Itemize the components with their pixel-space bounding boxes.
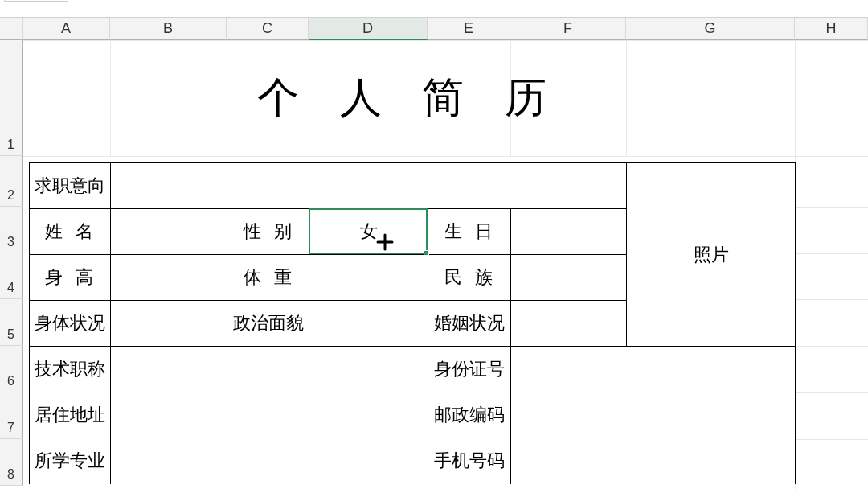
value-address[interactable] bbox=[111, 392, 428, 438]
select-all-corner[interactable] bbox=[0, 18, 23, 40]
label-major[interactable]: 所学专业 bbox=[30, 438, 111, 484]
value-height[interactable] bbox=[111, 255, 227, 301]
sheet-area[interactable]: 个 人 简 历 求职意向 照片 姓名 性别 女 生日 身高 体重 民族 bbox=[23, 40, 868, 489]
col-header-E[interactable]: E bbox=[428, 18, 510, 40]
title-cell[interactable]: 个 人 简 历 bbox=[23, 40, 796, 156]
value-postcode[interactable] bbox=[511, 392, 796, 438]
value-name[interactable] bbox=[111, 209, 227, 255]
photo-cell[interactable]: 照片 bbox=[627, 163, 796, 347]
name-box[interactable] bbox=[4, 0, 68, 2]
label-health[interactable]: 身体状况 bbox=[30, 301, 111, 347]
row-header-4[interactable]: 4 bbox=[0, 253, 23, 299]
value-ethnicity[interactable] bbox=[511, 255, 627, 301]
value-tech-title[interactable] bbox=[111, 347, 428, 392]
row-header-5[interactable]: 5 bbox=[0, 299, 23, 346]
fx-label: fx bbox=[301, 0, 313, 4]
value-birthday[interactable] bbox=[511, 209, 627, 255]
column-headers: A B C D E F G H bbox=[23, 18, 868, 40]
col-header-D[interactable]: D bbox=[309, 18, 428, 40]
label-address[interactable]: 居住地址 bbox=[30, 392, 111, 438]
label-height[interactable]: 身高 bbox=[30, 255, 111, 301]
row-header-7[interactable]: 7 bbox=[0, 392, 23, 439]
row-header-6[interactable]: 6 bbox=[0, 346, 23, 392]
col-header-F[interactable]: F bbox=[510, 18, 626, 40]
label-ethnicity[interactable]: 民族 bbox=[428, 255, 511, 301]
col-header-H[interactable]: H bbox=[795, 18, 868, 40]
value-marriage[interactable] bbox=[511, 301, 627, 347]
col-header-A[interactable]: A bbox=[23, 18, 110, 40]
label-weight[interactable]: 体重 bbox=[227, 255, 309, 301]
formula-bar-fragment: fx bbox=[0, 0, 868, 18]
label-job-intent[interactable]: 求职意向 bbox=[30, 163, 111, 209]
row-headers: 1 2 3 4 5 6 7 8 bbox=[0, 40, 23, 489]
label-name[interactable]: 姓名 bbox=[30, 209, 111, 255]
label-marriage[interactable]: 婚姻状况 bbox=[428, 301, 511, 347]
value-phone[interactable] bbox=[511, 438, 796, 484]
label-birthday[interactable]: 生日 bbox=[428, 209, 511, 255]
row-header-2[interactable]: 2 bbox=[0, 156, 23, 207]
value-gender[interactable]: 女 bbox=[309, 209, 428, 255]
value-weight[interactable] bbox=[309, 255, 428, 301]
label-tech-title[interactable]: 技术职称 bbox=[30, 347, 111, 392]
col-header-C[interactable]: C bbox=[227, 18, 309, 40]
value-id-number[interactable] bbox=[511, 347, 796, 392]
value-job-intent[interactable] bbox=[111, 163, 627, 209]
label-phone[interactable]: 手机号码 bbox=[428, 438, 511, 484]
resume-table: 求职意向 照片 姓名 性别 女 生日 身高 体重 民族 身体状况 bbox=[29, 162, 796, 484]
row-header-1[interactable]: 1 bbox=[0, 40, 23, 156]
row-header-3[interactable]: 3 bbox=[0, 207, 23, 253]
label-postcode[interactable]: 邮政编码 bbox=[428, 392, 511, 438]
label-gender[interactable]: 性别 bbox=[227, 209, 309, 255]
value-major[interactable] bbox=[111, 438, 428, 484]
col-header-G[interactable]: G bbox=[626, 18, 795, 40]
label-politics[interactable]: 政治面貌 bbox=[227, 301, 309, 347]
col-header-B[interactable]: B bbox=[110, 18, 227, 40]
value-health[interactable] bbox=[111, 301, 227, 347]
label-id-number[interactable]: 身份证号 bbox=[428, 347, 511, 392]
row-header-8[interactable]: 8 bbox=[0, 439, 23, 486]
value-politics[interactable] bbox=[309, 301, 428, 347]
